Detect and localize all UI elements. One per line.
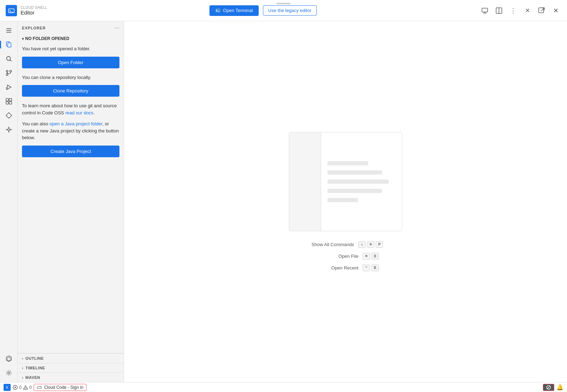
more-icon: ⋮ xyxy=(510,7,517,15)
explorer-title: EXPLORER xyxy=(22,26,46,30)
run-icon xyxy=(5,84,12,91)
status-right: 🔔 xyxy=(89,384,563,391)
legacy-editor-button[interactable]: Use the legacy editor xyxy=(263,5,317,16)
layout-icon xyxy=(496,7,502,14)
svg-point-18 xyxy=(6,70,8,72)
show-all-commands-label: Show All Commands xyxy=(308,242,354,247)
popout-icon xyxy=(538,7,545,14)
key-o: O xyxy=(371,253,379,260)
close-panel-button[interactable]: ✕ xyxy=(522,5,533,16)
show-all-commands-keys: ⇧ ⌘ P xyxy=(358,241,383,248)
more-actions-button[interactable]: ⋮ xyxy=(507,5,519,16)
titlebar: CLOUD SHELL Editor Open Terminal Use the… xyxy=(0,0,567,21)
clone-repo-button[interactable]: Clone Repository xyxy=(22,85,119,97)
welcome-commands: Show All Commands ⇧ ⌘ P Open File ⌘ O Op… xyxy=(308,241,383,271)
layout-icon-button[interactable] xyxy=(493,5,505,16)
status-x-button[interactable]: X xyxy=(4,384,11,391)
status-indigo-button[interactable] xyxy=(543,384,554,391)
hamburger-icon xyxy=(5,27,12,34)
svg-point-16 xyxy=(6,57,10,61)
notification-bell-button[interactable]: 🔔 xyxy=(556,384,563,391)
drag-handle[interactable] xyxy=(276,3,291,4)
titlebar-center: Open Terminal Use the legacy editor xyxy=(47,5,479,16)
key-cmd: ⌘ xyxy=(367,241,375,248)
maven-section[interactable]: › MAVEN xyxy=(18,373,124,382)
files-icon xyxy=(5,41,12,48)
no-folder-title: NO FOLDER OPENED xyxy=(25,36,69,41)
activity-menu[interactable] xyxy=(2,24,15,37)
sidebar-header: EXPLORER ··· xyxy=(18,21,124,33)
illus-line-3 xyxy=(327,180,389,184)
sidebar: EXPLORER ··· ▾ NO FOLDER OPENED You have… xyxy=(18,21,124,382)
activity-source-control[interactable] xyxy=(2,67,15,79)
illus-line-5 xyxy=(327,198,358,202)
status-bar: X 0 0 Cloud Code - Sign in xyxy=(0,382,567,392)
outline-section[interactable]: › OUTLINE xyxy=(18,353,124,363)
text3-suffix: . xyxy=(94,110,95,115)
illus-line-4 xyxy=(327,189,382,193)
create-java-button[interactable]: Create Java Project xyxy=(22,146,119,157)
no-folder-text2: You can clone a repository locally. xyxy=(22,74,119,81)
read-docs-link[interactable]: read our docs xyxy=(65,110,94,115)
maven-chevron-icon: › xyxy=(22,376,23,380)
cloud-code-signin-button[interactable]: Cloud Code - Sign in xyxy=(34,384,86,391)
open-recent-label: Open Recent xyxy=(312,265,358,271)
no-folder-section: ▾ NO FOLDER OPENED You have not yet open… xyxy=(22,36,119,157)
maven-label: MAVEN xyxy=(26,375,40,380)
status-left: X 0 0 Cloud Code - Sign in xyxy=(4,384,86,391)
errors-count: 0 xyxy=(19,385,22,390)
svg-marker-28 xyxy=(6,113,12,118)
open-java-link[interactable]: open a Java project folder xyxy=(50,121,102,126)
activity-search[interactable] xyxy=(2,52,15,65)
activity-terraform[interactable] xyxy=(2,352,15,365)
titlebar-left: CLOUD SHELL Editor xyxy=(6,5,47,16)
no-folder-text4: You can also open a Java project folder,… xyxy=(22,120,119,141)
timeline-chevron-icon: › xyxy=(22,366,23,370)
main-layout: EXPLORER ··· ▾ NO FOLDER OPENED You have… xyxy=(0,21,567,382)
screen-icon-button[interactable] xyxy=(479,5,490,16)
popout-button[interactable] xyxy=(536,5,547,16)
star-icon xyxy=(5,126,12,133)
svg-point-20 xyxy=(6,74,8,76)
sidebar-more-button[interactable]: ··· xyxy=(115,25,119,31)
illus-line-2 xyxy=(327,170,382,175)
titlebar-subtitle: CLOUD SHELL xyxy=(21,6,47,10)
no-folder-text1: You have not yet opened a folder. xyxy=(22,45,119,52)
key-cmd2: ⌘ xyxy=(363,253,370,260)
svg-marker-22 xyxy=(7,85,11,89)
activity-cloud-code[interactable] xyxy=(2,109,15,122)
svg-marker-31 xyxy=(7,357,10,361)
open-folder-button[interactable]: Open Folder xyxy=(22,57,119,68)
activity-sparkle[interactable] xyxy=(2,123,15,136)
warnings-count: 0 xyxy=(29,385,32,390)
sidebar-content: ▾ NO FOLDER OPENED You have not yet open… xyxy=(18,33,124,353)
text4-prefix: You can also xyxy=(22,121,50,126)
fullclose-button[interactable]: ✕ xyxy=(550,5,561,16)
search-icon xyxy=(5,55,12,62)
warning-icon xyxy=(23,385,28,390)
activity-settings[interactable] xyxy=(2,367,15,379)
close-panel-icon: ✕ xyxy=(525,7,530,14)
outline-label: OUTLINE xyxy=(26,356,44,360)
source-control-icon xyxy=(5,69,12,76)
timeline-section[interactable]: › TIMELINE xyxy=(18,363,124,373)
timeline-label: TIMELINE xyxy=(26,366,45,370)
monitor-icon xyxy=(482,7,488,14)
fullclose-icon: ✕ xyxy=(553,7,558,15)
chevron-down-icon: ▾ xyxy=(22,37,24,41)
open-recent-keys: ⌃ R xyxy=(363,265,378,271)
cloud-code-label: Cloud Code - Sign in xyxy=(44,385,83,390)
gear-icon xyxy=(5,369,12,376)
activity-extensions[interactable] xyxy=(2,95,15,108)
activity-run-debug[interactable] xyxy=(2,81,15,93)
svg-rect-26 xyxy=(6,102,9,104)
svg-marker-29 xyxy=(6,127,12,132)
open-terminal-button[interactable]: Open Terminal xyxy=(209,5,258,16)
titlebar-right: ⋮ ✕ ✕ xyxy=(479,5,561,16)
no-sign-icon xyxy=(546,385,551,390)
key-p: P xyxy=(376,241,383,248)
extensions-icon xyxy=(5,98,12,105)
activity-explorer[interactable] xyxy=(2,38,15,51)
open-terminal-label: Open Terminal xyxy=(223,8,253,13)
no-folder-header[interactable]: ▾ NO FOLDER OPENED xyxy=(22,36,119,41)
